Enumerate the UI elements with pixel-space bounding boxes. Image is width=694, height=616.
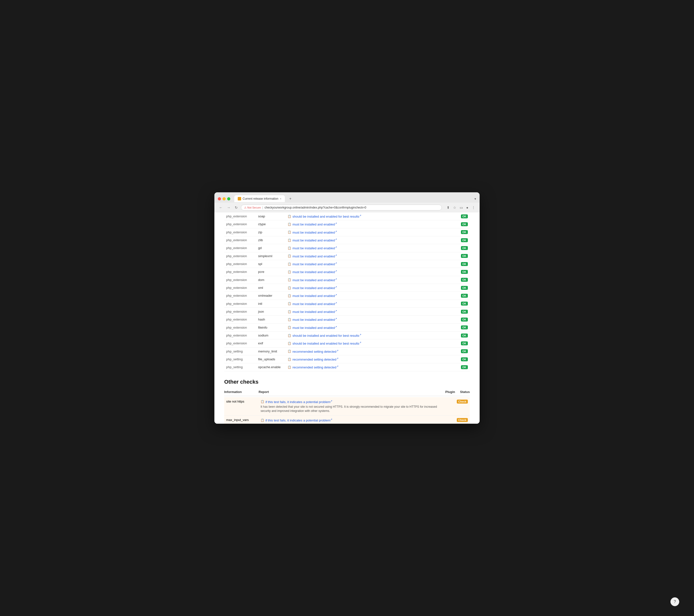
row-type: php_extension — [224, 300, 256, 308]
bookmark-icon[interactable]: ☆ — [452, 205, 457, 210]
report-link[interactable]: must be installed and enabled↗ — [292, 293, 337, 298]
report-link[interactable]: must be installed and enabled↗ — [292, 270, 337, 274]
other-checks-section: Other checks Information Report Plugin S… — [224, 379, 470, 424]
status-badge: Check — [457, 400, 468, 403]
lock-icon: ⚠ — [244, 206, 246, 209]
tab-close-button[interactable]: × — [280, 197, 281, 200]
row-type: php_extension — [224, 331, 256, 339]
row-status: OK — [455, 220, 470, 228]
status-badge: OK — [461, 302, 468, 306]
report-link[interactable]: must be installed and enabled↗ — [292, 317, 337, 322]
report-link[interactable]: should be installed and enabled for best… — [292, 341, 361, 345]
help-button[interactable]: ? — [671, 597, 679, 606]
new-tab-button[interactable]: + — [287, 195, 294, 203]
status-badge: OK — [461, 294, 468, 298]
status-badge: OK — [461, 286, 468, 290]
row-name: zlib — [256, 236, 286, 244]
row-name: sodium — [256, 331, 286, 339]
report-link[interactable]: must be installed and enabled↗ — [292, 238, 337, 242]
status-badge: OK — [461, 357, 468, 361]
report-link[interactable]: must be installed and enabled↗ — [292, 278, 337, 282]
row-status: OK — [455, 276, 470, 284]
row-status: OK — [455, 315, 470, 324]
external-link-icon: ↗ — [359, 333, 361, 336]
split-view-icon[interactable]: ▭ — [459, 205, 464, 210]
status-badge: OK — [461, 238, 468, 242]
doc-icon: 📋 — [288, 286, 291, 290]
row-status: OK — [455, 292, 470, 300]
row-type: php_extension — [224, 276, 256, 284]
doc-icon: 📋 — [288, 246, 291, 250]
row-name: hash — [256, 315, 286, 324]
close-button[interactable] — [218, 197, 221, 200]
share-icon[interactable]: ⬆ — [446, 205, 451, 210]
report-link[interactable]: must be installed and enabled↗ — [292, 302, 337, 306]
row-report: 📋 recommended setting detected↗ — [286, 347, 455, 355]
report-link[interactable]: must be installed and enabled↗ — [292, 262, 337, 266]
forward-button[interactable]: → — [226, 205, 232, 210]
report-link[interactable]: must be installed and enabled↗ — [292, 246, 337, 250]
external-link-icon: ↗ — [335, 238, 337, 241]
report-link[interactable]: recommended setting detected↗ — [292, 349, 339, 354]
doc-icon: 📋 — [288, 215, 291, 218]
row-report: 📋 should be installed and enabled for be… — [286, 331, 455, 339]
report-link[interactable]: recommended setting detected↗ — [292, 365, 339, 369]
doc-icon: 📋 — [288, 262, 291, 266]
external-link-icon: ↗ — [336, 365, 339, 368]
other-checks-title: Other checks — [224, 379, 470, 385]
row-plugin — [440, 397, 455, 416]
status-badge: OK — [461, 325, 468, 329]
header-plugin: Plugin — [440, 390, 455, 394]
report-link[interactable]: must be installed and enabled↗ — [292, 222, 337, 226]
maximize-button[interactable] — [227, 197, 230, 200]
external-link-icon: ↗ — [335, 262, 337, 265]
external-link-icon: ↗ — [359, 214, 361, 217]
row-report: 📋 must be installed and enabled↗ — [286, 284, 455, 292]
row-name: zip — [256, 228, 286, 236]
row-type: php_extension — [224, 284, 256, 292]
profile-icon[interactable]: ● — [465, 205, 469, 210]
header-report: Report — [259, 390, 440, 394]
address-input[interactable]: ⚠ Not Secure | checkyourworkgroup.online… — [241, 204, 442, 211]
table-row: php_extension zlib 📋 must be installed a… — [224, 236, 470, 244]
row-name: opcache.enable — [256, 363, 286, 371]
report-link[interactable]: must be installed and enabled↗ — [292, 254, 337, 258]
minimize-button[interactable] — [222, 197, 226, 200]
menu-icon[interactable]: ⋮ — [471, 205, 476, 210]
report-link[interactable]: recommended setting detected↗ — [292, 357, 339, 361]
row-info: max_input_vars — [224, 416, 259, 424]
report-link[interactable]: must be installed and enabled↗ — [292, 230, 337, 234]
row-type: php_setting — [224, 347, 256, 355]
security-label: Not Secure — [247, 206, 261, 209]
row-name: gd — [256, 244, 286, 252]
row-name: xmlreader — [256, 292, 286, 300]
traffic-lights — [218, 197, 230, 200]
report-link[interactable]: if this test fails, it indicates a poten… — [266, 400, 332, 404]
row-status: OK — [455, 244, 470, 252]
report-link[interactable]: if this test fails, it indicates a poten… — [266, 418, 332, 422]
row-report: 📋 must be installed and enabled↗ — [286, 276, 455, 284]
doc-icon: 📋 — [288, 294, 291, 297]
report-link[interactable]: should be installed and enabled for best… — [292, 214, 361, 218]
status-badge: OK — [461, 262, 468, 266]
row-report: 📋 should be installed and enabled for be… — [286, 213, 455, 220]
external-link-icon: ↗ — [335, 293, 337, 296]
browser-tab[interactable]: Current release information × — [234, 195, 285, 202]
row-type: php_extension — [224, 315, 256, 324]
report-link[interactable]: should be installed and enabled for best… — [292, 333, 361, 338]
row-name: file_uploads — [256, 355, 286, 363]
row-type: php_extension — [224, 244, 256, 252]
refresh-button[interactable]: ↻ — [234, 205, 239, 210]
external-link-icon: ↗ — [335, 230, 337, 233]
status-badge: OK — [461, 318, 468, 322]
doc-icon: 📋 — [260, 418, 264, 422]
row-status: OK — [455, 260, 470, 268]
report-link[interactable]: must be installed and enabled↗ — [292, 309, 337, 314]
row-name: fileinfo — [256, 324, 286, 331]
row-type: php_extension — [224, 268, 256, 276]
table-row: php_setting opcache.enable 📋 recommended… — [224, 363, 470, 371]
warning-text: PHP setting max_input_vars is recommende… — [260, 423, 438, 424]
report-link[interactable]: must be installed and enabled↗ — [292, 286, 337, 290]
report-link[interactable]: must be installed and enabled↗ — [292, 325, 337, 330]
back-button[interactable]: ← — [218, 205, 224, 210]
